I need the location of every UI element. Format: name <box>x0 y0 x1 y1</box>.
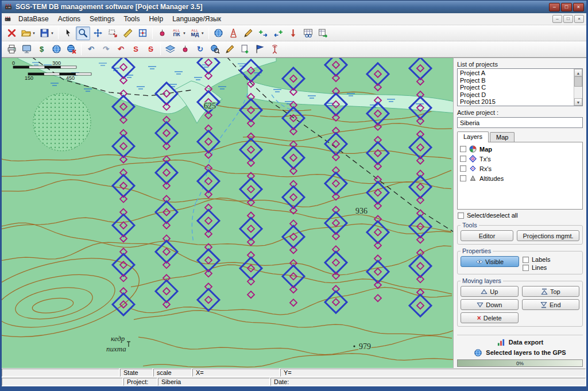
save-button[interactable]: ▼ <box>38 26 56 40</box>
add-point-button[interactable] <box>155 26 169 40</box>
mdi-close-button[interactable]: × <box>574 15 584 23</box>
zoom-button[interactable] <box>76 26 90 40</box>
tab-map[interactable]: Map <box>490 132 514 142</box>
layer-row-altitudes[interactable]: Altitudes <box>460 173 580 183</box>
toolbar-separator <box>81 44 82 55</box>
menu-database[interactable]: DataBase <box>14 14 53 24</box>
title-bar[interactable]: SGS-TEM DB management software [Poject M… <box>2 1 586 13</box>
menu-tools[interactable]: Tools <box>119 14 144 24</box>
close-button[interactable]: × <box>573 3 584 11</box>
toolbar-separator <box>208 28 209 39</box>
projects-scrollbar[interactable]: ▲ ▼ <box>574 69 582 106</box>
labels-checkbox[interactable]: Labels <box>523 256 579 263</box>
projects-listbox[interactable]: Project AProject BProject CProject DProj… <box>457 68 583 106</box>
offline-button[interactable] <box>64 42 79 56</box>
delete-button[interactable] <box>5 26 19 40</box>
menu-settings[interactable]: Settings <box>85 14 119 24</box>
flag-icon <box>255 44 265 54</box>
move-down-button[interactable] <box>286 26 300 40</box>
svg-text:0: 0 <box>12 60 15 66</box>
data-view-button[interactable] <box>301 26 315 40</box>
active-project-input[interactable] <box>457 117 583 128</box>
dropdown-arrow-icon[interactable]: ▼ <box>201 32 204 35</box>
scroll-thumb[interactable] <box>574 76 582 87</box>
full-extent-button[interactable] <box>136 26 150 40</box>
tab-layers[interactable]: Layers <box>457 131 489 142</box>
projections-mgmt-button[interactable]: Projections mgmt. <box>517 230 579 241</box>
select-cursor-button[interactable] <box>61 26 75 40</box>
layer-row-map[interactable]: Map <box>460 144 580 154</box>
status-date-cell: Date: <box>270 378 586 386</box>
mdi-restore-button[interactable]: □ <box>563 15 573 23</box>
world-button[interactable] <box>211 26 226 40</box>
map-canvas[interactable]: 625936979кедрпихта0300150450 <box>2 57 453 368</box>
draw-button[interactable] <box>241 26 256 40</box>
layer-row-rxs[interactable]: Rx's <box>460 164 580 173</box>
data-export-button[interactable]: Data export <box>457 337 583 347</box>
snap-button[interactable]: S <box>129 42 143 56</box>
end-button[interactable]: End <box>522 299 580 310</box>
layer-checkbox[interactable] <box>460 156 466 162</box>
md-all-button[interactable]: ALLМД▼ <box>188 26 206 40</box>
top-button[interactable]: Top <box>522 286 580 297</box>
revert-button[interactable]: ↶ <box>114 42 128 56</box>
project-list-item[interactable]: Project C <box>458 84 574 91</box>
visible-button[interactable]: Visible <box>461 256 519 267</box>
scroll-down-icon[interactable]: ▼ <box>574 98 582 106</box>
menu-language-[interactable]: Language/Язык <box>168 14 226 24</box>
project-list-item[interactable]: Project A <box>458 69 574 77</box>
pk-all-button[interactable]: ALLПК▼ <box>170 26 188 40</box>
add-file-button[interactable] <box>238 42 252 56</box>
project-list-item[interactable]: Project 2015 <box>458 98 574 106</box>
mdi-minimize-button[interactable]: – <box>552 15 562 23</box>
send-button[interactable] <box>253 42 267 56</box>
delete-x-icon: × <box>477 314 481 322</box>
minimize-button[interactable]: – <box>549 3 560 11</box>
insert-next-button[interactable] <box>256 26 270 40</box>
plusfwd-icon <box>258 28 268 38</box>
scroll-up-icon[interactable]: ▲ <box>574 69 582 76</box>
preview-button[interactable] <box>20 42 34 56</box>
dropdown-arrow-icon[interactable]: ▼ <box>183 32 186 35</box>
data-export-table-button[interactable] <box>316 26 330 40</box>
measure-button[interactable] <box>121 26 135 40</box>
layer-row-txs[interactable]: Tx's <box>460 154 580 164</box>
delete-button[interactable]: ×Delete <box>461 312 519 323</box>
lines-checkbox[interactable]: Lines <box>523 264 579 271</box>
refresh-button[interactable]: ↻ <box>193 42 207 56</box>
down-button[interactable]: Down <box>461 299 519 310</box>
menu-help[interactable]: Help <box>144 14 168 24</box>
snap-off-button[interactable]: S <box>144 42 158 56</box>
dropdown-arrow-icon[interactable]: ▼ <box>32 32 36 35</box>
small-point-button[interactable] <box>178 42 192 56</box>
menu-actions[interactable]: Actions <box>53 14 85 24</box>
gps-export-button[interactable]: Selected layers to the GPS <box>457 347 583 358</box>
pencil-icon <box>243 28 253 38</box>
project-list-item[interactable]: Project D <box>458 91 574 99</box>
scroll-track[interactable] <box>574 76 582 98</box>
up-button[interactable]: Up <box>461 286 519 297</box>
layer-checkbox[interactable] <box>460 146 466 152</box>
edit-button[interactable] <box>223 42 237 56</box>
select-region-button[interactable] <box>106 26 120 40</box>
layer-checkbox[interactable] <box>460 175 466 181</box>
project-list-item[interactable]: Project B <box>458 77 574 84</box>
open-button[interactable]: ▼ <box>20 26 37 40</box>
print-button[interactable] <box>5 42 19 56</box>
dropdown-arrow-icon[interactable]: ▼ <box>51 32 54 35</box>
layer-checkbox[interactable] <box>460 165 466 172</box>
map-search-button[interactable] <box>208 42 222 56</box>
undo-button[interactable]: ↶ <box>84 42 98 56</box>
online-map-button[interactable] <box>49 42 64 56</box>
layers-button[interactable] <box>163 42 177 56</box>
maximize-button[interactable]: □ <box>561 3 572 11</box>
insert-prev-button[interactable] <box>271 26 285 40</box>
pan-button[interactable] <box>91 26 105 40</box>
cost-button[interactable]: $ <box>34 42 49 56</box>
redo-button[interactable]: ↷ <box>99 42 113 56</box>
tower-button[interactable] <box>226 26 241 40</box>
up-label: Up <box>490 288 498 295</box>
editor-button[interactable]: Editor <box>461 230 513 241</box>
select-all-checkbox[interactable]: Select/deselect all <box>458 212 582 219</box>
gps-antenna-button[interactable] <box>268 42 282 56</box>
